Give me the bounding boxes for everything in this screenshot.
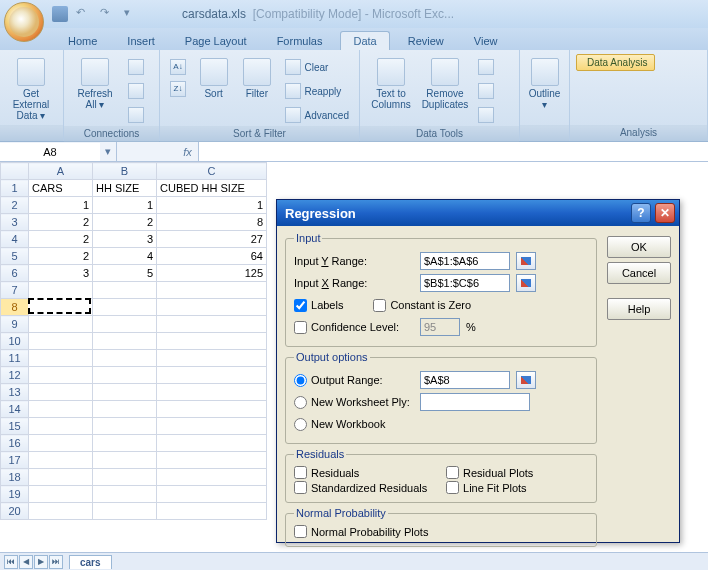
cell[interactable] [93, 435, 157, 452]
cell[interactable]: 2 [29, 248, 93, 265]
tab-data[interactable]: Data [340, 31, 389, 50]
cell[interactable]: 3 [93, 231, 157, 248]
cell[interactable] [29, 435, 93, 452]
cell[interactable]: CUBED HH SIZE [157, 180, 267, 197]
tab-view[interactable]: View [462, 32, 510, 50]
row-header-13[interactable]: 13 [1, 384, 29, 401]
cell[interactable] [93, 333, 157, 350]
cancel-button[interactable]: Cancel [607, 262, 671, 284]
row-header-18[interactable]: 18 [1, 469, 29, 486]
outline-button[interactable]: Outline ▾ [526, 56, 563, 110]
row-header-2[interactable]: 2 [1, 197, 29, 214]
y-range-ref-button[interactable] [516, 252, 536, 270]
remove-duplicates-button[interactable]: Remove Duplicates [420, 56, 470, 110]
cell[interactable] [93, 367, 157, 384]
col-header-A[interactable]: A [29, 163, 93, 180]
cell[interactable]: 1 [157, 197, 267, 214]
cell[interactable]: HH SIZE [93, 180, 157, 197]
cell[interactable]: 1 [93, 197, 157, 214]
residual-plots-checkbox[interactable] [446, 466, 459, 479]
cell[interactable] [29, 333, 93, 350]
save-icon[interactable] [52, 6, 68, 22]
cell[interactable] [93, 486, 157, 503]
tab-formulas[interactable]: Formulas [265, 32, 335, 50]
cell[interactable] [157, 367, 267, 384]
row-header-20[interactable]: 20 [1, 503, 29, 520]
sheet-nav-prev-icon[interactable]: ◀ [19, 555, 33, 569]
tab-review[interactable]: Review [396, 32, 456, 50]
cell[interactable] [29, 367, 93, 384]
cell[interactable] [157, 401, 267, 418]
fx-icon[interactable]: fx [177, 142, 199, 161]
cell[interactable] [157, 469, 267, 486]
cell[interactable] [157, 435, 267, 452]
clear-button[interactable]: Clear [281, 56, 353, 78]
sort-az-button[interactable]: A↓ [166, 56, 190, 78]
formula-input[interactable] [199, 142, 708, 161]
connections-button[interactable] [124, 56, 148, 78]
cell[interactable] [157, 333, 267, 350]
cell[interactable] [93, 350, 157, 367]
new-workbook-radio[interactable] [294, 418, 307, 431]
cell[interactable] [93, 384, 157, 401]
row-header-1[interactable]: 1 [1, 180, 29, 197]
output-range-radio[interactable] [294, 374, 307, 387]
text-to-columns-button[interactable]: Text to Columns [366, 56, 416, 110]
cell[interactable] [157, 316, 267, 333]
cell[interactable] [93, 282, 157, 299]
cell[interactable] [93, 299, 157, 316]
row-header-10[interactable]: 10 [1, 333, 29, 350]
cell[interactable] [157, 452, 267, 469]
cell[interactable] [157, 384, 267, 401]
consolidate-button[interactable] [474, 80, 498, 102]
cell[interactable] [157, 282, 267, 299]
cell[interactable]: 2 [93, 214, 157, 231]
confidence-checkbox[interactable] [294, 321, 307, 334]
data-analysis-button[interactable]: Data Analysis [576, 54, 655, 71]
col-header-C[interactable]: C [157, 163, 267, 180]
cell[interactable]: 5 [93, 265, 157, 282]
normal-prob-checkbox[interactable] [294, 525, 307, 538]
labels-checkbox[interactable] [294, 299, 307, 312]
cell[interactable] [29, 316, 93, 333]
col-header-B[interactable]: B [93, 163, 157, 180]
x-range-ref-button[interactable] [516, 274, 536, 292]
row-header-12[interactable]: 12 [1, 367, 29, 384]
cell[interactable] [29, 384, 93, 401]
cell[interactable] [29, 486, 93, 503]
cell[interactable]: 2 [29, 214, 93, 231]
cell[interactable]: 27 [157, 231, 267, 248]
cell[interactable] [93, 401, 157, 418]
row-header-6[interactable]: 6 [1, 265, 29, 282]
row-header-16[interactable]: 16 [1, 435, 29, 452]
office-button[interactable] [4, 2, 44, 42]
cell[interactable]: CARS [29, 180, 93, 197]
dialog-titlebar[interactable]: Regression ? ✕ [277, 200, 679, 226]
advanced-button[interactable]: Advanced [281, 104, 353, 126]
cell[interactable] [157, 486, 267, 503]
cell[interactable]: 2 [29, 231, 93, 248]
properties-button[interactable] [124, 80, 148, 102]
data-validation-button[interactable] [474, 56, 498, 78]
undo-icon[interactable]: ↶ [76, 6, 92, 22]
row-header-14[interactable]: 14 [1, 401, 29, 418]
cell[interactable] [93, 316, 157, 333]
new-worksheet-radio[interactable] [294, 396, 307, 409]
row-header-15[interactable]: 15 [1, 418, 29, 435]
tab-insert[interactable]: Insert [115, 32, 167, 50]
cell[interactable] [157, 350, 267, 367]
ok-button[interactable]: OK [607, 236, 671, 258]
sheet-nav-first-icon[interactable]: ⏮ [4, 555, 18, 569]
line-fit-checkbox[interactable] [446, 481, 459, 494]
cell[interactable] [29, 401, 93, 418]
row-header-17[interactable]: 17 [1, 452, 29, 469]
refresh-all-button[interactable]: Refresh All ▾ [70, 56, 120, 110]
row-header-5[interactable]: 5 [1, 248, 29, 265]
cell[interactable] [93, 418, 157, 435]
new-worksheet-input[interactable] [420, 393, 530, 411]
cell[interactable] [93, 469, 157, 486]
sheet-nav-last-icon[interactable]: ⏭ [49, 555, 63, 569]
row-header-7[interactable]: 7 [1, 282, 29, 299]
cell[interactable]: 125 [157, 265, 267, 282]
cell[interactable] [29, 418, 93, 435]
